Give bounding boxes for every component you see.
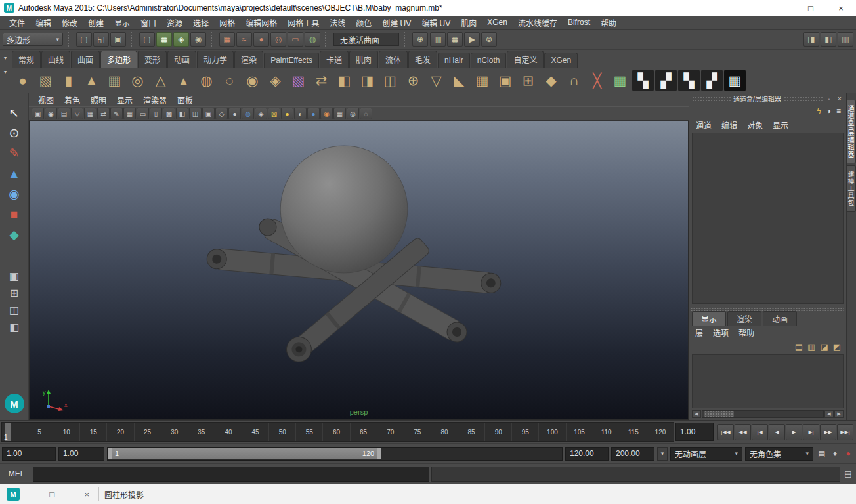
panel-menu-item[interactable]: 渲染器: [138, 94, 172, 106]
menuset-dropdown[interactable]: 多边形 ▾: [3, 33, 63, 46]
channel-box-menu-item[interactable]: 显示: [773, 119, 788, 131]
menu-item[interactable]: 帮助: [595, 16, 622, 30]
shelf-tab[interactable]: 变形: [138, 51, 167, 68]
boolean-union-icon[interactable]: ⊕: [402, 70, 424, 91]
separator-grip[interactable]: [68, 32, 72, 47]
select-object-icon[interactable]: ▦: [156, 32, 172, 47]
channel-settings-icon[interactable]: ≡: [836, 106, 841, 116]
step-back-key-button[interactable]: |◀: [752, 424, 768, 440]
range-options-icon[interactable]: ▾: [657, 447, 668, 461]
layer-editor-menu-item[interactable]: 帮助: [738, 327, 754, 338]
field-chart-icon[interactable]: ◧: [176, 108, 188, 119]
create-empty-display-layer-icon[interactable]: ▤: [795, 342, 803, 352]
shelf-tab[interactable]: 常规: [12, 51, 41, 68]
animation-start-field[interactable]: [2, 447, 56, 461]
menu-item[interactable]: 肌肉: [456, 16, 482, 30]
open-scene-icon[interactable]: ◱: [93, 32, 109, 47]
shelf-tab[interactable]: 动力学: [197, 51, 234, 68]
panel-menu-item[interactable]: 照明: [85, 94, 112, 106]
poly-plane-icon[interactable]: ▦: [104, 70, 125, 91]
extrude-icon[interactable]: ⊞: [517, 70, 539, 91]
dock-splitter[interactable]: [691, 306, 844, 311]
current-time-field[interactable]: [675, 423, 714, 441]
dock-restore-icon[interactable]: ▫: [825, 95, 833, 102]
poly-pipe-icon[interactable]: ◍: [196, 70, 217, 91]
select-component-icon[interactable]: ◈: [173, 32, 189, 47]
menu-item[interactable]: 选择: [188, 16, 214, 30]
create-anim-layer-from-selected-icon[interactable]: ◩: [833, 342, 841, 352]
smooth-shade-icon[interactable]: ●: [228, 108, 241, 119]
menu-item[interactable]: 流水线缓存: [513, 16, 563, 30]
script-editor-icon[interactable]: ▤: [842, 469, 854, 478]
scroll-left-icon[interactable]: ◀: [692, 410, 701, 418]
channel-pin-icon[interactable]: ϟ: [817, 106, 821, 116]
channel-speed-state-icon[interactable]: ◑: [826, 106, 831, 116]
open-render-view-icon[interactable]: ▥: [430, 32, 446, 47]
separator-grip[interactable]: [404, 32, 408, 47]
channel-box-menu-item[interactable]: 通道: [696, 119, 712, 131]
default-material-icon[interactable]: ◍: [242, 108, 254, 119]
step-forward-frame-button[interactable]: ▶▶: [820, 424, 836, 440]
extract-faces-icon[interactable]: ◫: [379, 70, 401, 91]
shelf-tab[interactable]: PaintEffects: [264, 52, 319, 68]
gate-mask-icon[interactable]: ▩: [163, 108, 175, 119]
scroll-left-icon[interactable]: ◀: [824, 410, 834, 418]
select-tool-icon[interactable]: ↖: [3, 102, 26, 123]
select-hierarchy-icon[interactable]: ▢: [139, 32, 155, 47]
fill-hole-icon[interactable]: ▣: [494, 70, 516, 91]
layout-four-pane-icon[interactable]: ⊞: [4, 284, 25, 301]
menu-item[interactable]: 编辑 UV: [416, 16, 456, 30]
channel-box-toggle-icon[interactable]: ▥: [838, 32, 853, 47]
uv-editor-icon[interactable]: ▦: [724, 70, 746, 91]
sidebar-vertical-tab[interactable]: 建模工具包: [847, 165, 856, 212]
reduce-mesh-icon[interactable]: ▽: [425, 70, 447, 91]
menu-item[interactable]: 创建: [83, 16, 109, 30]
safe-action-icon[interactable]: ◫: [189, 108, 202, 119]
scrollbar-track[interactable]: [702, 410, 824, 418]
set-key-icon[interactable]: ♦: [829, 449, 841, 458]
snap-to-projected-center-icon[interactable]: ◎: [270, 32, 286, 47]
timeline-ruler[interactable]: 1 51015202530354045505560657075808590951…: [1, 422, 674, 442]
poly-sphere-icon[interactable]: ●: [12, 70, 33, 91]
playback-start-field[interactable]: [58, 447, 104, 461]
go-to-end-button[interactable]: ▶▶|: [837, 424, 853, 440]
ipr-render-icon[interactable]: ▶: [464, 32, 480, 47]
play-backward-button[interactable]: ◀: [769, 424, 785, 440]
separator-grip[interactable]: [211, 32, 215, 47]
panel-menu-item[interactable]: 视图: [33, 94, 59, 106]
menu-item[interactable]: 修改: [56, 16, 83, 30]
shelf-tab[interactable]: 卡通: [320, 51, 349, 68]
safe-title-icon[interactable]: ▣: [202, 108, 215, 119]
spherical-mapping-icon[interactable]: ▚: [678, 70, 700, 91]
shelf-tab[interactable]: 自定义: [507, 51, 544, 68]
render-settings-icon[interactable]: ⊚: [481, 32, 497, 47]
shadows-icon[interactable]: ◐: [294, 108, 307, 119]
layer-editor-menu-item[interactable]: 选项: [713, 327, 729, 338]
separate-mesh-icon[interactable]: ◨: [356, 70, 378, 91]
bevel-icon[interactable]: ◆: [540, 70, 562, 91]
snap-to-point-icon[interactable]: ●: [253, 32, 269, 47]
construction-history-icon[interactable]: ⊕: [412, 32, 428, 47]
range-slider-track[interactable]: 1 120: [107, 447, 563, 461]
dock-drag-handle[interactable]: [692, 96, 731, 101]
snap-to-curve-icon[interactable]: ≈: [236, 32, 252, 47]
channel-box-menu-item[interactable]: 编辑: [721, 119, 737, 131]
menu-item[interactable]: Bifrost: [563, 16, 595, 28]
step-back-frame-button[interactable]: ◀◀: [735, 424, 751, 440]
textured-icon[interactable]: ▨: [268, 108, 280, 119]
camera-attributes-icon[interactable]: ▤: [58, 108, 70, 119]
playback-end-field[interactable]: [565, 447, 609, 461]
two-d-pan-zoom-icon[interactable]: ⇄: [97, 108, 110, 119]
poly-cone-icon[interactable]: ▲: [81, 70, 102, 91]
wireframe-on-shaded-icon[interactable]: ◈: [255, 108, 267, 119]
layout-single-pane-icon[interactable]: ▣: [4, 267, 25, 284]
shelf-tab[interactable]: 曲线: [41, 51, 70, 68]
panel-menu-item[interactable]: 显示: [112, 94, 138, 106]
poly-platonic-icon[interactable]: ◈: [265, 70, 286, 91]
bridge-icon[interactable]: ∩: [563, 70, 585, 91]
save-scene-icon[interactable]: ▣: [110, 32, 126, 47]
xray-icon[interactable]: ◌: [360, 108, 372, 119]
poly-prism-icon[interactable]: △: [150, 70, 171, 91]
film-gate-icon[interactable]: ▭: [137, 108, 149, 119]
viewport-canvas[interactable]: y x persp: [29, 121, 689, 420]
